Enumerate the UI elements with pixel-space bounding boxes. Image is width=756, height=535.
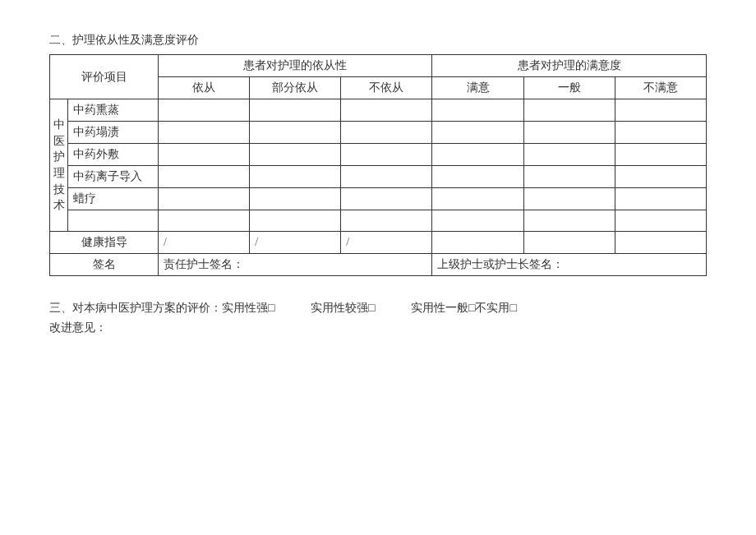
cell-satisfaction-yes[interactable] bbox=[432, 144, 523, 166]
header-satisfaction-mid: 一般 bbox=[523, 77, 615, 99]
health-slash: / bbox=[341, 232, 432, 254]
cell-satisfaction-yes[interactable] bbox=[432, 188, 523, 210]
senior-nurse-signature[interactable]: 上级护士或护士长签名： bbox=[432, 254, 707, 276]
cell-compliance-yes[interactable] bbox=[159, 166, 250, 188]
cell-satisfaction-yes[interactable] bbox=[432, 122, 523, 144]
tech-item-label: 中药熏蒸 bbox=[68, 99, 159, 122]
cell-compliance-yes[interactable] bbox=[159, 210, 250, 232]
cell-compliance-partial[interactable] bbox=[250, 99, 341, 122]
section3-prefix-option1: 三、对本病中医护理方案的评价：实用性强□ bbox=[49, 301, 274, 316]
option-average-none: 实用性一般□不实用□ bbox=[411, 301, 517, 316]
header-eval-item: 评价项目 bbox=[50, 55, 159, 99]
option-fair-strong: 实用性较强□ bbox=[311, 301, 375, 316]
suggestion-label: 改进意见： bbox=[49, 321, 707, 335]
section3-eval-line: 三、对本病中医护理方案的评价：实用性强□ 实用性较强□ 实用性一般□不实用□ bbox=[49, 301, 707, 316]
cell-satisfaction-mid[interactable] bbox=[523, 210, 615, 232]
cell-compliance-yes[interactable] bbox=[159, 144, 250, 166]
tech-item-label: 中药离子导入 bbox=[68, 166, 159, 188]
tech-item-label bbox=[68, 210, 159, 232]
tech-item-label: 蜡疗 bbox=[68, 188, 159, 210]
duty-nurse-signature[interactable]: 责任护士签名： bbox=[159, 254, 432, 276]
cell-satisfaction-yes[interactable] bbox=[432, 166, 523, 188]
cell-satisfaction-mid[interactable] bbox=[523, 166, 615, 188]
cell-satisfaction-yes[interactable] bbox=[432, 210, 523, 232]
cell-compliance-yes[interactable] bbox=[159, 188, 250, 210]
cell-compliance-yes[interactable] bbox=[159, 99, 250, 122]
cell-satisfaction-no[interactable] bbox=[615, 232, 706, 254]
cell-satisfaction-mid[interactable] bbox=[523, 188, 615, 210]
cell-satisfaction-no[interactable] bbox=[615, 210, 706, 232]
health-slash: / bbox=[250, 232, 341, 254]
header-satisfaction-group: 患者对护理的满意度 bbox=[432, 55, 707, 77]
cell-satisfaction-mid[interactable] bbox=[523, 122, 615, 144]
cell-satisfaction-no[interactable] bbox=[615, 99, 706, 122]
tech-item-label: 中药外敷 bbox=[68, 144, 159, 166]
cell-compliance-yes[interactable] bbox=[159, 122, 250, 144]
cell-compliance-no[interactable] bbox=[341, 99, 432, 122]
header-compliance-group: 患者对护理的依从性 bbox=[159, 55, 432, 77]
header-compliance-yes: 依从 bbox=[159, 77, 250, 99]
cell-satisfaction-yes[interactable] bbox=[432, 232, 523, 254]
signature-label: 签名 bbox=[50, 254, 159, 276]
header-satisfaction-yes: 满意 bbox=[432, 77, 523, 99]
cell-compliance-partial[interactable] bbox=[250, 188, 341, 210]
cell-satisfaction-no[interactable] bbox=[615, 188, 706, 210]
cell-compliance-no[interactable] bbox=[341, 122, 432, 144]
cell-satisfaction-no[interactable] bbox=[615, 122, 706, 144]
cell-satisfaction-no[interactable] bbox=[615, 166, 706, 188]
cell-compliance-partial[interactable] bbox=[250, 144, 341, 166]
cell-compliance-partial[interactable] bbox=[250, 122, 341, 144]
cell-compliance-partial[interactable] bbox=[250, 166, 341, 188]
cell-satisfaction-mid[interactable] bbox=[523, 99, 615, 122]
cell-compliance-no[interactable] bbox=[341, 210, 432, 232]
header-compliance-partial: 部分依从 bbox=[250, 77, 341, 99]
tech-item-label: 中药塌渍 bbox=[68, 122, 159, 144]
cell-satisfaction-no[interactable] bbox=[615, 144, 706, 166]
cell-satisfaction-mid[interactable] bbox=[523, 232, 615, 254]
cell-compliance-no[interactable] bbox=[341, 188, 432, 210]
cell-compliance-no[interactable] bbox=[341, 166, 432, 188]
tech-group-label: 中医护理技术 bbox=[50, 99, 68, 232]
header-compliance-no: 不依从 bbox=[341, 77, 432, 99]
section2-title: 二、护理依从性及满意度评价 bbox=[49, 33, 707, 48]
cell-satisfaction-mid[interactable] bbox=[523, 144, 615, 166]
header-satisfaction-no: 不满意 bbox=[615, 77, 706, 99]
health-slash: / bbox=[159, 232, 250, 254]
health-guidance-label: 健康指导 bbox=[50, 232, 159, 254]
cell-compliance-no[interactable] bbox=[341, 144, 432, 166]
cell-satisfaction-yes[interactable] bbox=[432, 99, 523, 122]
cell-compliance-partial[interactable] bbox=[250, 210, 341, 232]
evaluation-table: 评价项目 患者对护理的依从性 患者对护理的满意度 依从 部分依从 不依从 满意 … bbox=[49, 54, 707, 276]
